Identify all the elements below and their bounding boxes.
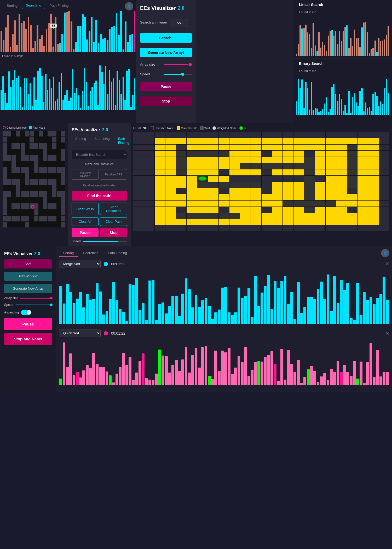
random-dfs-btn[interactable]: Random DFS bbox=[100, 169, 127, 180]
merge-window-close[interactable]: ✕ bbox=[385, 261, 389, 267]
generate-new-array-button[interactable]: Generate New Array bbox=[4, 284, 52, 293]
bar bbox=[267, 275, 270, 324]
clear-all-btn[interactable]: Clear All bbox=[72, 217, 99, 226]
find-path-button[interactable]: Find the path! bbox=[72, 191, 127, 201]
maze-cell bbox=[57, 161, 61, 167]
algorithm-dropdown[interactable]: Breadth-first Search bbox=[72, 150, 127, 159]
bar bbox=[386, 372, 389, 385]
quick-sort-select[interactable]: Quick Sort bbox=[59, 329, 101, 337]
search-button[interactable]: Search! bbox=[140, 33, 192, 43]
path-cell bbox=[155, 151, 165, 157]
bar bbox=[296, 101, 297, 115]
clear-walls-btn[interactable]: Clear Walls bbox=[72, 203, 99, 215]
maze-cell bbox=[3, 203, 7, 209]
path-cell bbox=[229, 169, 240, 175]
tab-searching[interactable]: Searching bbox=[22, 2, 45, 9]
path-cell bbox=[208, 225, 218, 231]
path-cell bbox=[176, 132, 187, 138]
add-window-button[interactable]: Add Window bbox=[4, 272, 52, 281]
legend-top: LEGEND Unvisited Node Visited Node Wall … bbox=[133, 126, 389, 130]
maze-cell bbox=[48, 167, 52, 173]
recursive-division-btn[interactable]: Recursive Division bbox=[72, 169, 99, 180]
sort-tab-searching[interactable]: Searching bbox=[79, 249, 103, 257]
bar bbox=[92, 299, 95, 324]
pause-sort-button[interactable]: Pause bbox=[4, 318, 52, 330]
bar bbox=[91, 17, 93, 52]
path-cell bbox=[187, 207, 197, 213]
bar bbox=[45, 74, 46, 110]
generate-array-button[interactable]: Generate New Array! bbox=[140, 48, 192, 57]
path-cell bbox=[176, 219, 187, 225]
random-weighted-btn[interactable]: Random Weighted Nodes bbox=[72, 182, 127, 189]
path-speed-slider[interactable] bbox=[83, 241, 127, 242]
maze-cell bbox=[16, 203, 20, 209]
sort-tab-sorting[interactable]: Sorting bbox=[59, 249, 78, 257]
path-cell bbox=[165, 188, 176, 194]
bar bbox=[57, 99, 58, 110]
bar bbox=[66, 90, 68, 110]
bar bbox=[168, 306, 171, 324]
maze-cell bbox=[30, 209, 34, 215]
stop-path-btn[interactable]: Stop bbox=[100, 228, 127, 237]
sort-button[interactable]: Sort! bbox=[4, 259, 52, 268]
avatar[interactable]: 👤 bbox=[125, 2, 133, 10]
search-input[interactable] bbox=[170, 19, 188, 27]
bar bbox=[208, 306, 211, 324]
maze-cell bbox=[57, 149, 61, 155]
bar bbox=[53, 77, 54, 110]
bar bbox=[129, 357, 131, 385]
quick-window-close[interactable]: ✕ bbox=[385, 330, 389, 336]
version-badge: 2.0 bbox=[178, 5, 184, 11]
bar bbox=[280, 349, 283, 385]
path-cell bbox=[336, 213, 347, 219]
bar bbox=[139, 310, 141, 324]
ascending-toggle[interactable] bbox=[21, 310, 31, 315]
bar bbox=[244, 296, 247, 324]
pause-button[interactable]: Pause bbox=[140, 82, 192, 91]
path-cell bbox=[283, 163, 293, 169]
path-cell bbox=[336, 132, 347, 138]
path-cell bbox=[304, 163, 315, 169]
path-tab-searching[interactable]: Searching bbox=[91, 135, 113, 146]
path-tab-sorting[interactable]: Sorting bbox=[72, 135, 90, 146]
path-cell bbox=[219, 176, 229, 182]
sort-avatar[interactable]: 👤 bbox=[381, 249, 389, 257]
path-cell bbox=[283, 157, 293, 163]
bar bbox=[327, 380, 330, 385]
clear-obstacles-btn[interactable]: Clear Obstacles bbox=[100, 203, 127, 215]
bar bbox=[88, 106, 89, 110]
tab-path-finding[interactable]: Path Finding bbox=[46, 2, 72, 9]
tab-sorting[interactable]: Sorting bbox=[3, 2, 21, 9]
visited-icon bbox=[177, 126, 180, 130]
bar bbox=[34, 41, 36, 52]
maze-cell bbox=[21, 149, 25, 155]
path-cell bbox=[379, 201, 389, 207]
sort-tab-pathfinding[interactable]: Path Finding bbox=[104, 249, 131, 257]
path-cell bbox=[219, 194, 229, 200]
path-cell bbox=[240, 132, 251, 138]
speed-slider[interactable] bbox=[164, 74, 192, 75]
clear-path-btn[interactable]: Clear Path bbox=[100, 217, 127, 226]
path-tab-pathfinding[interactable]: Path Finding bbox=[114, 135, 133, 146]
merge-sort-select[interactable]: Merge Sort bbox=[59, 260, 101, 268]
array-size-slider[interactable] bbox=[164, 64, 192, 65]
array-size-slider-s3[interactable] bbox=[20, 298, 52, 299]
path-cell bbox=[240, 207, 251, 213]
path-cell bbox=[293, 151, 304, 157]
path-cell bbox=[293, 132, 304, 138]
maze-cell bbox=[30, 131, 34, 136]
path-cell bbox=[133, 182, 144, 188]
sort-app-title: EEs Visualizer bbox=[4, 251, 33, 256]
maze-cell bbox=[39, 173, 43, 179]
bar bbox=[162, 302, 164, 324]
pause-path-btn[interactable]: Pause bbox=[72, 228, 99, 237]
pause-stop-buttons: Pause Stop bbox=[72, 228, 127, 237]
speed-slider-s3[interactable] bbox=[15, 305, 52, 305]
bar bbox=[327, 274, 330, 324]
bar bbox=[305, 82, 307, 115]
stop-button[interactable]: Stop bbox=[140, 96, 192, 106]
bar bbox=[32, 48, 34, 52]
stop-reset-button[interactable]: Stop and Reset bbox=[4, 333, 52, 345]
bar bbox=[339, 31, 340, 56]
path-cell bbox=[176, 163, 187, 169]
